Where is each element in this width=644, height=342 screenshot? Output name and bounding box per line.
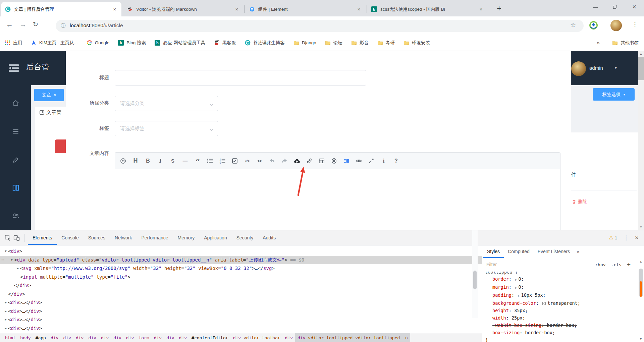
- devtools-tab-console[interactable]: Console: [57, 230, 83, 245]
- breadcrumb-item[interactable]: div: [111, 333, 123, 342]
- styles-tab-computed[interactable]: Computed: [504, 245, 534, 258]
- toolbar-edit-mode-icon[interactable]: [343, 157, 350, 165]
- dom-scrollbar[interactable]: [472, 230, 478, 318]
- devtools-menu-icon[interactable]: ⋮: [623, 234, 629, 241]
- toolbar-ordered-list-icon[interactable]: 123: [219, 157, 226, 165]
- bookmark-item[interactable]: 黑客派: [214, 40, 236, 46]
- toolbar-table-icon[interactable]: [318, 157, 325, 165]
- title-input[interactable]: [115, 70, 366, 86]
- filter-input[interactable]: Filter: [486, 262, 497, 267]
- disclosure-arrow-icon[interactable]: ▼: [9, 256, 14, 265]
- vditor-content[interactable]: [115, 169, 560, 230]
- toolbar-upload-icon[interactable]: [293, 157, 300, 165]
- styles-tab-event-listeners[interactable]: Event Listeners: [534, 245, 574, 258]
- bookmark-item[interactable]: b必应-网站管理员工具: [155, 40, 205, 46]
- toolbar-quote-icon[interactable]: “: [194, 157, 201, 165]
- disclosure-arrow-icon[interactable]: ▶: [3, 316, 8, 324]
- css-property[interactable]: width: 25px;: [482, 314, 644, 322]
- disclosure-arrow-icon[interactable]: ▶: [3, 307, 8, 316]
- tab-close-icon[interactable]: ×: [478, 6, 484, 12]
- toolbar-italic-icon[interactable]: I: [157, 157, 164, 165]
- toolbar-bold-icon[interactable]: B: [145, 157, 151, 165]
- new-tab-button[interactable]: +: [492, 3, 506, 14]
- devtools-tab-performance[interactable]: Performance: [137, 230, 173, 245]
- scroll-up-icon[interactable]: ▲: [638, 260, 644, 263]
- console-warning-badge[interactable]: ⚠1: [609, 235, 617, 241]
- dom-node[interactable]: </div>: [0, 281, 482, 290]
- breadcrumb-item[interactable]: div: [152, 333, 164, 342]
- other-bookmarks-folder[interactable]: 其他书签: [612, 40, 639, 46]
- toolbar-list-icon[interactable]: [207, 157, 213, 165]
- breadcrumb-item[interactable]: div: [86, 333, 98, 342]
- bookmarks-overflow-icon[interactable]: »: [597, 40, 600, 46]
- dom-node[interactable]: ▶<div>…</div>: [0, 298, 482, 307]
- category-select[interactable]: 请选择分类: [115, 96, 218, 111]
- user-name[interactable]: admin: [589, 65, 603, 71]
- idm-extension-icon[interactable]: [589, 21, 598, 30]
- devtools-tab-audits[interactable]: Audits: [258, 230, 280, 245]
- toolbar-redo-icon[interactable]: [281, 157, 288, 165]
- breadcrumb-item[interactable]: #app: [33, 333, 48, 342]
- sidebar-item-home[interactable]: [12, 99, 20, 107]
- toggle-hover-state-button[interactable]: :hov: [595, 262, 605, 267]
- styles-tabs-overflow-icon[interactable]: »: [574, 249, 582, 254]
- page-scrollbar[interactable]: ▲ ▼: [638, 51, 644, 230]
- breadcrumb-item[interactable]: div.vditor-tooltipped.vditor-tooltipped_…: [295, 333, 410, 342]
- bookmark-item[interactable]: bBing 搜索: [118, 40, 146, 46]
- devtools-tab-network[interactable]: Network: [110, 230, 137, 245]
- browser-tab[interactable]: 组件 | Element×: [246, 2, 366, 16]
- scroll-down-icon[interactable]: ▼: [638, 337, 644, 341]
- reload-icon[interactable]: ↻: [33, 20, 38, 28]
- scroll-down-icon[interactable]: ▼: [638, 226, 644, 229]
- tag-options-button[interactable]: 标签选项▾: [593, 88, 635, 101]
- disclosure-arrow-icon[interactable]: ▶: [15, 264, 20, 273]
- devtools-tab-elements[interactable]: Elements: [28, 230, 57, 245]
- dom-node[interactable]: </div>: [0, 290, 482, 299]
- tab-close-icon[interactable]: ×: [234, 6, 240, 12]
- toolbar-check-icon[interactable]: [231, 157, 238, 165]
- dom-node[interactable]: ▶<div>…</div>: [0, 316, 482, 324]
- inspect-element-icon[interactable]: [3, 230, 12, 245]
- breadcrumb-item[interactable]: div: [48, 333, 61, 342]
- toggle-class-button[interactable]: .cls: [611, 262, 622, 267]
- breadcrumb-item[interactable]: body: [18, 333, 33, 342]
- new-style-rule-button[interactable]: +: [627, 261, 631, 268]
- dom-node[interactable]: ▶<div>…</div>: [0, 307, 482, 316]
- tag-select[interactable]: 请选择标签: [115, 121, 218, 136]
- sidebar-item-edit-pen[interactable]: [12, 156, 20, 164]
- toolbar-headings-icon[interactable]: H: [132, 157, 139, 165]
- browser-menu-icon[interactable]: ⋮: [632, 21, 638, 28]
- devtools-tab-sources[interactable]: Sources: [84, 230, 110, 245]
- expand-arrow-icon[interactable]: ▶: [515, 286, 517, 289]
- bookmark-star-icon[interactable]: ☆: [570, 21, 576, 29]
- browser-tab[interactable]: bscss无法使用scoped - 国内版 Bi×: [368, 2, 488, 16]
- menu-fold-icon[interactable]: [8, 63, 19, 73]
- bookmark-item[interactable]: Google: [87, 40, 110, 46]
- bookmark-item[interactable]: 苍茫误此生博客: [245, 40, 285, 46]
- dom-node[interactable]: ▶<svg xmlns="http://www.w3.org/2000/svg"…: [0, 264, 482, 273]
- toolbar-line-icon[interactable]: —: [182, 157, 189, 165]
- toolbar-undo-icon[interactable]: [269, 157, 275, 165]
- sidebar-item-list[interactable]: [12, 127, 20, 135]
- scrollbar-thumb[interactable]: [638, 57, 644, 80]
- css-property[interactable]: background-color: transparent;: [482, 299, 644, 307]
- browser-profile-avatar[interactable]: [610, 20, 622, 31]
- css-property[interactable]: padding: ▶10px 5px;: [482, 291, 644, 299]
- node-more-icon[interactable]: ⋯: [1, 257, 4, 263]
- bookmark-item[interactable]: Django: [293, 40, 316, 46]
- disclosure-arrow-icon[interactable]: ▶: [3, 298, 8, 307]
- css-property[interactable]: height: 35px;: [482, 307, 644, 314]
- toolbar-info-icon[interactable]: i: [380, 157, 387, 165]
- device-toolbar-icon[interactable]: [12, 230, 21, 245]
- bookmark-item[interactable]: 考研: [377, 40, 395, 46]
- breadcrumb-item[interactable]: div: [99, 333, 111, 342]
- disclosure-arrow-icon[interactable]: ▼: [3, 247, 8, 256]
- danger-button-partial[interactable]: [55, 139, 66, 153]
- tab-close-icon[interactable]: ×: [356, 6, 362, 12]
- sidebar-item-users[interactable]: [12, 212, 20, 220]
- scrollbar-thumb[interactable]: [473, 271, 477, 289]
- dom-node[interactable]: ▶<div>…</div>: [0, 324, 482, 333]
- page-tab-article[interactable]: 文章×: [34, 89, 64, 101]
- toolbar-code-icon[interactable]: </>: [244, 157, 251, 165]
- toolbar-preview-icon[interactable]: [356, 157, 362, 165]
